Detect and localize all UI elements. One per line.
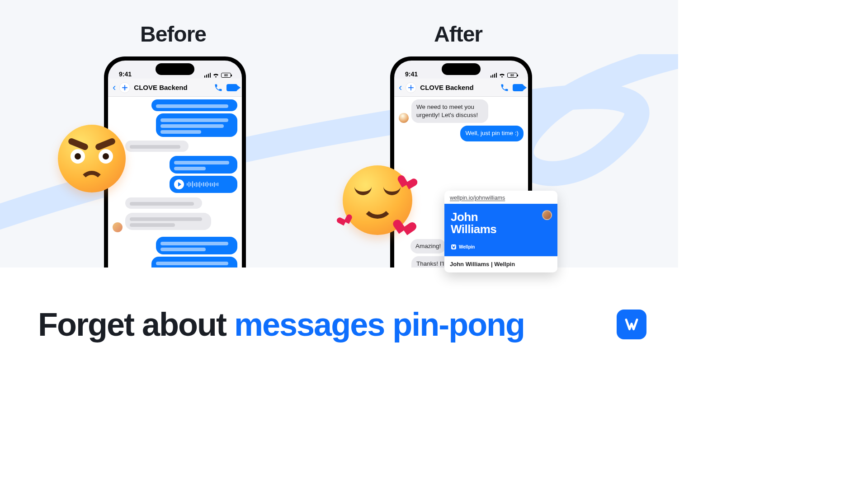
link-card-footer: John Williams | Wellpin [444, 256, 557, 272]
wellpin-link-card[interactable]: wellpin.io/johnwilliams John Williams We… [444, 191, 557, 272]
cellular-signal-icon [204, 73, 211, 78]
back-chevron-icon[interactable]: ‹ [399, 82, 402, 94]
phone-screen: 9:41 80 ‹ CLOVE Backend [108, 61, 242, 269]
incoming-message: Amazing! [410, 239, 446, 253]
link-card-name: John Williams [451, 211, 551, 235]
status-indicators: 80 [491, 73, 518, 78]
battery-icon: 80 [221, 73, 231, 78]
video-call-icon[interactable] [513, 84, 524, 91]
headline: Forget about messages pin-pong [38, 306, 524, 343]
wellpin-app-icon [617, 310, 646, 339]
audio-waveform-icon [187, 181, 218, 188]
battery-level: 80 [224, 74, 228, 77]
status-indicators: 80 [204, 73, 231, 78]
incoming-bubble-placeholder [125, 197, 202, 209]
dynamic-island [156, 63, 194, 75]
incoming-message: We need to meet you urgently! Let's disc… [411, 99, 488, 123]
outgoing-bubble-placeholder [151, 99, 237, 111]
link-card-avatar [542, 210, 552, 220]
chat-avatar-icon [406, 82, 416, 93]
angry-face-emoji [58, 125, 126, 192]
wifi-icon [499, 73, 505, 78]
link-card-url: wellpin.io/johnwilliams [444, 191, 557, 204]
wifi-icon [212, 73, 219, 78]
wellpin-logo-icon [451, 244, 457, 250]
after-heading: After [434, 22, 482, 47]
link-card-hero: John Williams Wellpin [444, 204, 557, 256]
outgoing-message: Well, just pin time :) [460, 126, 524, 141]
chat-avatar-icon [119, 82, 130, 93]
video-call-icon[interactable] [226, 84, 237, 91]
incoming-bubble-placeholder [125, 213, 211, 230]
link-card-brand-text: Wellpin [459, 244, 475, 249]
battery-icon: 80 [507, 73, 517, 78]
status-time: 9:41 [119, 70, 132, 78]
headline-accent: messages pin-pong [234, 306, 524, 343]
chat-name: CLOVE Backend [134, 84, 210, 91]
before-heading: Before [140, 22, 206, 47]
outgoing-bubble-placeholder [156, 113, 237, 137]
incoming-message-row: We need to meet you urgently! Let's disc… [399, 99, 524, 123]
smiling-hearts-emoji [343, 165, 412, 235]
marketing-comparison-graphic: Before After 9:41 80 ‹ CLOVE Backend [0, 0, 678, 381]
status-time: 9:41 [405, 70, 418, 78]
chat-header: ‹ CLOVE Backend [108, 79, 242, 97]
audio-call-icon[interactable] [214, 83, 223, 92]
back-chevron-icon[interactable]: ‹ [113, 82, 116, 94]
phone-mockup-after: 9:41 80 ‹ CLOVE Backend We ne [390, 56, 532, 269]
headline-section: Forget about messages pin-pong [0, 267, 678, 381]
battery-level: 80 [510, 74, 514, 77]
chat-header: ‹ CLOVE Backend [394, 79, 528, 97]
play-icon[interactable] [174, 179, 184, 189]
outgoing-bubble-placeholder [170, 156, 237, 174]
incoming-bubble-placeholder [125, 141, 189, 152]
contact-avatar [399, 113, 409, 123]
cellular-signal-icon [491, 73, 497, 78]
link-card-brand: Wellpin [451, 244, 551, 250]
link-card-last-name: Williams [451, 222, 496, 236]
outgoing-bubble-placeholder [151, 257, 237, 269]
outgoing-message-row: Well, just pin time :) [399, 126, 524, 141]
outgoing-bubble-placeholder [156, 237, 237, 254]
chat-name: CLOVE Backend [420, 84, 496, 91]
contact-avatar [113, 222, 123, 232]
headline-plain: Forget about [38, 306, 234, 343]
link-card-first-name: John [451, 210, 478, 224]
outgoing-voice-message[interactable] [170, 176, 237, 193]
audio-call-icon[interactable] [500, 83, 509, 92]
dynamic-island [442, 63, 481, 75]
chat-body [108, 97, 242, 269]
